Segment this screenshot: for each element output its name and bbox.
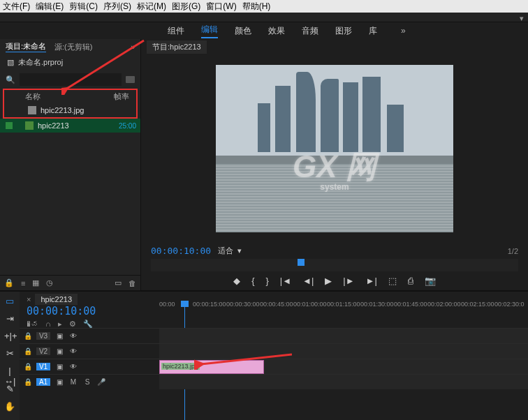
eye-icon[interactable]: 👁	[68, 347, 78, 355]
workspace-effects[interactable]: 效果	[268, 25, 285, 37]
marker-icon[interactable]: ◆	[233, 276, 240, 286]
track-headers: 🔒 V3 ▣ 👁 🔒 V2 ▣ 👁 🔒 V1 ▣ 👁	[20, 328, 159, 389]
workspace-color[interactable]: 颜色	[235, 25, 251, 37]
new-item-icon[interactable]: ▭	[115, 278, 122, 287]
mark-out-icon[interactable]: }	[266, 276, 269, 286]
project-filename: 未命名.prproj	[18, 57, 63, 68]
track-target-v1[interactable]: V1	[36, 363, 50, 370]
track-header-v3[interactable]: 🔒 V3 ▣ 👁	[20, 328, 159, 343]
column-name[interactable]: 名称	[11, 91, 114, 102]
workspace-library[interactable]: 库	[369, 25, 377, 37]
play-icon[interactable]: ▶	[325, 276, 332, 286]
program-sequence-tab[interactable]: 节目:hpic2213	[147, 40, 207, 54]
menu-edit[interactable]: 编辑(E)	[36, 1, 64, 13]
selection-tool-icon[interactable]: ▭	[4, 296, 15, 306]
timeline-panel: × hpic2213 00:00:10:00 �చ ∩ ▸ ⚙ 🔧 00:000…	[20, 292, 528, 420]
step-back-icon[interactable]: ◄|	[302, 276, 314, 286]
lock-icon[interactable]: 🔒	[24, 378, 32, 386]
lock-icon[interactable]: 🔒	[24, 347, 32, 355]
menu-mark[interactable]: 标记(M)	[137, 1, 166, 13]
track-target-a1[interactable]: A1	[36, 378, 50, 386]
workspace-audio[interactable]: 音频	[302, 25, 318, 37]
program-timecode[interactable]: 00:00:10:00	[151, 246, 211, 256]
toggle-output-icon[interactable]: ▣	[54, 363, 64, 370]
menu-sequence[interactable]: 序列(S)	[103, 1, 131, 13]
track-select-tool-icon[interactable]: ⇥	[4, 313, 15, 324]
timeline-timecode[interactable]: 00:00:10:00	[27, 305, 96, 317]
snap-icon[interactable]: �చ	[27, 320, 38, 328]
new-bin-icon[interactable]	[126, 76, 135, 83]
column-rate[interactable]: 帧率	[114, 91, 129, 102]
menu-window[interactable]: 窗口(W)	[206, 1, 236, 13]
lock-icon[interactable]: 🔒	[4, 278, 14, 287]
chevron-down-icon[interactable]: ▾	[520, 14, 524, 23]
program-viewer[interactable]	[141, 54, 528, 243]
track-target-v2[interactable]: V2	[36, 347, 50, 355]
panel-overflow-icon[interactable]: »	[131, 43, 135, 51]
workspace-assembly[interactable]: 组件	[168, 25, 184, 37]
track-header-v1[interactable]: 🔒 V1 ▣ 👁	[20, 359, 159, 374]
timeline-close-icon[interactable]: ×	[27, 295, 31, 303]
step-forward-icon[interactable]: |►	[343, 276, 354, 286]
lock-icon[interactable]: 🔒	[24, 363, 32, 370]
timeline-sequence-tab[interactable]: hpic2213	[35, 294, 78, 305]
track-target-v3[interactable]: V3	[36, 332, 50, 340]
wrench-icon[interactable]: 🔧	[83, 320, 93, 329]
project-item-image[interactable]: hpic2213.jpg	[4, 103, 136, 117]
workspace-graphics[interactable]: 图形	[335, 25, 352, 37]
project-search-input[interactable]	[20, 73, 122, 86]
lane-a1[interactable]	[159, 374, 528, 389]
program-playhead-icon[interactable]	[298, 259, 305, 266]
extract-icon[interactable]: ⎙	[408, 276, 413, 286]
solo-icon[interactable]: S	[82, 378, 92, 386]
lock-icon[interactable]: 🔒	[24, 332, 32, 340]
workspace-tabs: 组件 编辑 颜色 效果 音频 图形 库 »	[0, 22, 528, 39]
pen-tool-icon[interactable]: ✎	[4, 384, 15, 394]
toggle-output-icon[interactable]: ▣	[54, 347, 64, 355]
menubar: 文件(F) 编辑(E) 剪辑(C) 序列(S) 标记(M) 图形(G) 窗口(W…	[0, 0, 528, 13]
settings-icon[interactable]: ⚙	[69, 320, 76, 329]
project-item-sequence[interactable]: hpic2213 25:00	[0, 119, 140, 133]
linked-selection-icon[interactable]: ∩	[45, 320, 51, 328]
menu-help[interactable]: 帮助(H)	[242, 1, 271, 13]
program-frame	[216, 65, 453, 232]
label-color-icon	[6, 122, 13, 129]
icon-view-icon[interactable]: ▦	[32, 278, 39, 287]
razor-tool-icon[interactable]: ✂	[4, 348, 15, 359]
voice-icon[interactable]: 🎤	[96, 378, 106, 386]
tab-project[interactable]: 项目:未命名	[6, 41, 46, 52]
track-header-v2[interactable]: 🔒 V2 ▣ 👁	[20, 343, 159, 359]
track-header-a1[interactable]: 🔒 A1 ▣ M S 🎤	[20, 374, 159, 389]
lane-v2[interactable]	[159, 343, 528, 359]
goto-out-icon[interactable]: ►|	[366, 276, 377, 286]
track-lanes[interactable]: hpic2213.jpg	[159, 328, 528, 389]
list-view-icon[interactable]: ≡	[21, 279, 25, 287]
zoom-fit-dropdown[interactable]: 适合 ▾	[218, 246, 242, 256]
menu-file[interactable]: 文件(F)	[3, 1, 30, 13]
lift-icon[interactable]: ⬚	[388, 276, 397, 286]
lane-v1[interactable]: hpic2213.jpg	[159, 359, 528, 374]
eye-icon[interactable]: 👁	[68, 363, 78, 370]
slip-tool-icon[interactable]: |↔|	[4, 366, 15, 377]
trash-icon[interactable]: 🗑	[129, 279, 136, 287]
mute-icon[interactable]: M	[68, 378, 78, 386]
workspace-overflow-icon[interactable]: »	[401, 26, 406, 36]
project-filename-row: ▧ 未命名.prproj	[0, 54, 140, 70]
ripple-tool-icon[interactable]: +|+	[4, 331, 15, 341]
timeline-clip[interactable]: hpic2213.jpg	[159, 360, 264, 374]
eye-icon[interactable]: 👁	[68, 332, 78, 340]
mark-in-icon[interactable]: {	[251, 276, 254, 286]
menu-clip[interactable]: 剪辑(C)	[69, 1, 98, 13]
toggle-output-icon[interactable]: ▣	[54, 378, 64, 386]
hand-tool-icon[interactable]: ✋	[4, 401, 15, 412]
workspace-editing[interactable]: 编辑	[201, 24, 218, 38]
toggle-output-icon[interactable]: ▣	[54, 332, 64, 340]
export-frame-icon[interactable]: 📷	[425, 276, 436, 286]
lane-v3[interactable]	[159, 328, 528, 343]
goto-in-icon[interactable]: |◄	[280, 276, 291, 286]
freeform-view-icon[interactable]: ◷	[46, 278, 53, 287]
menu-graphics[interactable]: 图形(G)	[172, 1, 200, 13]
marker-add-icon[interactable]: ▸	[58, 320, 62, 329]
program-mini-ruler[interactable]	[151, 259, 518, 271]
tab-source[interactable]: 源:(无剪辑)	[54, 42, 92, 52]
